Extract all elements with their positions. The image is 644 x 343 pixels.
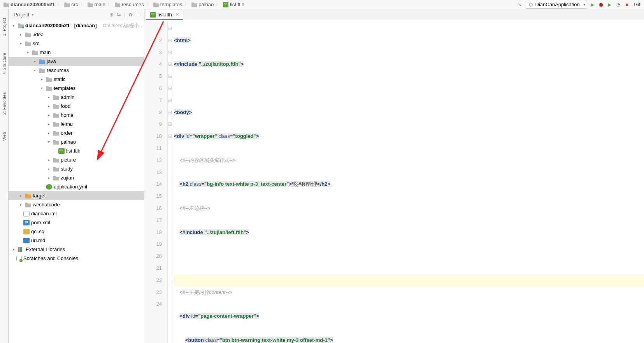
breadcrumb-item[interactable]: main〉 bbox=[86, 1, 114, 8]
fold-gutter[interactable]: ⊟⊟⊟⊟⊟⊟⊟⊟⊟⊟ bbox=[168, 20, 173, 343]
tree-file-application-yml[interactable]: application.yml bbox=[9, 182, 144, 191]
left-tool-strip: 1: Project 7: Structure 2: Favorites Web bbox=[0, 9, 9, 343]
breadcrumb-item[interactable]: src〉 bbox=[63, 1, 86, 8]
coverage-icon[interactable]: ▶ bbox=[607, 2, 613, 8]
project-tree[interactable]: ▾diancan202000521 [diancan] C:\Users\编程小… bbox=[9, 20, 144, 343]
editor-area: list.ftlh ✕ 1234567891011121314151617181… bbox=[144, 9, 644, 343]
close-tab-icon[interactable]: ✕ bbox=[175, 12, 179, 17]
tree-folder-java[interactable]: ▸java bbox=[9, 57, 144, 66]
code-editor[interactable]: 123456789101112131415161718192021222324 … bbox=[144, 20, 644, 343]
tree-folder[interactable]: ▸admin bbox=[9, 93, 144, 102]
folder-icon bbox=[53, 157, 59, 163]
git-label: Git: bbox=[632, 2, 642, 7]
breadcrumb-item[interactable]: diancan202000521〉 bbox=[2, 1, 63, 8]
libraries-icon bbox=[18, 247, 24, 252]
structure-tool-tab[interactable]: 7: Structure bbox=[1, 51, 7, 77]
tree-file-list-ftlh[interactable]: list.ftlh bbox=[9, 146, 144, 155]
excluded-folder-icon bbox=[25, 193, 31, 199]
ftlh-file-icon bbox=[150, 12, 156, 18]
tree-file-sql[interactable]: qcl.sql bbox=[9, 227, 144, 236]
iml-file-icon bbox=[23, 211, 30, 216]
debug-icon[interactable]: 🐞 bbox=[598, 2, 604, 8]
tree-root[interactable]: ▾diancan202000521 [diancan] C:\Users\编程小… bbox=[9, 21, 144, 30]
breadcrumb-item[interactable]: list.ftlh bbox=[222, 2, 246, 7]
folder-icon bbox=[46, 86, 52, 91]
run-config-label: DianCanApplication bbox=[535, 2, 580, 7]
settings-icon[interactable]: ✿ bbox=[128, 12, 133, 18]
tree-folder-static[interactable]: ▸static bbox=[9, 75, 144, 84]
tree-folder-main[interactable]: ▾main bbox=[9, 48, 144, 57]
tree-folder-templates[interactable]: ▾templates bbox=[9, 84, 144, 93]
run-configuration-dropdown[interactable]: ⬡ DianCanApplication bbox=[525, 1, 587, 9]
tree-folder-wechatcode[interactable]: ▸wechatcode bbox=[9, 200, 144, 209]
tree-scratches[interactable]: Scratches and Consoles bbox=[9, 254, 144, 263]
tree-folder[interactable]: ▸study bbox=[9, 164, 144, 173]
folder-icon bbox=[53, 130, 59, 136]
tree-folder-resources[interactable]: ▾resources bbox=[9, 66, 144, 75]
folder-icon bbox=[32, 50, 38, 55]
tree-file-iml[interactable]: diancan.iml bbox=[9, 209, 144, 218]
project-panel-header: Project ⊕ ⇆ | ✿ — bbox=[9, 9, 144, 20]
module-icon bbox=[18, 23, 24, 28]
folder-icon bbox=[115, 2, 120, 7]
folder-icon bbox=[88, 2, 93, 7]
tree-folder[interactable]: ▸food bbox=[9, 102, 144, 111]
tree-external-libraries[interactable]: ▸External Libraries bbox=[9, 245, 144, 254]
folder-icon bbox=[64, 2, 70, 7]
editor-tab-bar: list.ftlh ✕ bbox=[144, 9, 644, 20]
tree-folder-src[interactable]: ▾src bbox=[9, 39, 144, 48]
profiler-icon[interactable]: ◔ bbox=[615, 2, 621, 8]
navigation-bar: diancan202000521〉 src〉 main〉 resources〉 … bbox=[0, 0, 644, 9]
module-icon bbox=[4, 2, 9, 7]
yml-file-icon bbox=[46, 184, 52, 190]
sql-file-icon bbox=[23, 229, 30, 234]
ftlh-file-icon bbox=[223, 2, 228, 7]
folder-icon bbox=[25, 32, 31, 37]
tree-folder[interactable]: ▸zujian bbox=[9, 173, 144, 182]
tree-folder-target[interactable]: ▸target bbox=[9, 191, 144, 200]
breadcrumb-item[interactable]: resources〉 bbox=[114, 1, 152, 8]
folder-icon bbox=[25, 41, 31, 46]
ftlh-file-icon bbox=[58, 148, 65, 154]
tree-folder-paihao[interactable]: ▾paihao bbox=[9, 137, 144, 146]
folder-icon bbox=[153, 2, 159, 7]
project-view-selector[interactable]: Project bbox=[12, 12, 106, 18]
folder-icon bbox=[53, 104, 59, 109]
breadcrumb-item[interactable]: templates〉 bbox=[152, 1, 190, 8]
stop-icon[interactable]: ■ bbox=[624, 2, 630, 8]
tab-label: list.ftlh bbox=[158, 12, 172, 18]
build-icon[interactable]: ↘ bbox=[516, 2, 523, 8]
spring-boot-icon: ⬡ bbox=[528, 2, 534, 8]
tree-file-pom[interactable]: mpom.xml bbox=[9, 218, 144, 227]
breadcrumb-item[interactable]: paihao〉 bbox=[190, 1, 222, 8]
editor-tab-list-ftlh[interactable]: list.ftlh ✕ bbox=[146, 10, 183, 20]
tree-folder[interactable]: ▸home bbox=[9, 111, 144, 120]
web-tool-tab[interactable]: Web bbox=[1, 130, 7, 142]
project-panel: Project ⊕ ⇆ | ✿ — ▾diancan202000521 [dia… bbox=[9, 9, 144, 343]
folder-icon bbox=[53, 175, 59, 181]
folder-icon bbox=[46, 77, 52, 82]
project-tool-tab[interactable]: 1: Project bbox=[1, 16, 7, 37]
tree-folder[interactable]: ▸order bbox=[9, 128, 144, 137]
locate-icon[interactable]: ⊕ bbox=[109, 12, 114, 18]
folder-icon bbox=[53, 166, 59, 172]
expand-all-icon[interactable]: ⇆ bbox=[117, 12, 121, 18]
maven-file-icon: m bbox=[23, 220, 30, 225]
folder-icon bbox=[25, 202, 31, 208]
folder-icon bbox=[53, 139, 59, 145]
line-number-gutter: 123456789101112131415161718192021222324 bbox=[144, 20, 168, 343]
tree-file-md[interactable]: url.md bbox=[9, 236, 144, 245]
resources-folder-icon bbox=[39, 68, 45, 73]
tree-folder-idea[interactable]: ▸.idea bbox=[9, 30, 144, 39]
code-content[interactable]: <html> <#include "../zujian/top.ftlh"> <… bbox=[173, 20, 644, 343]
md-file-icon bbox=[23, 238, 30, 243]
favorites-tool-tab[interactable]: 2: Favorites bbox=[1, 91, 7, 116]
tree-folder[interactable]: ▸picture bbox=[9, 155, 144, 164]
folder-icon bbox=[53, 95, 59, 100]
run-icon[interactable]: ▶ bbox=[590, 2, 596, 8]
tree-folder[interactable]: ▸leimu bbox=[9, 120, 144, 128]
source-folder-icon bbox=[39, 59, 45, 64]
hide-icon[interactable]: — bbox=[136, 12, 141, 18]
scratches-icon bbox=[16, 256, 22, 261]
folder-icon bbox=[53, 121, 59, 127]
